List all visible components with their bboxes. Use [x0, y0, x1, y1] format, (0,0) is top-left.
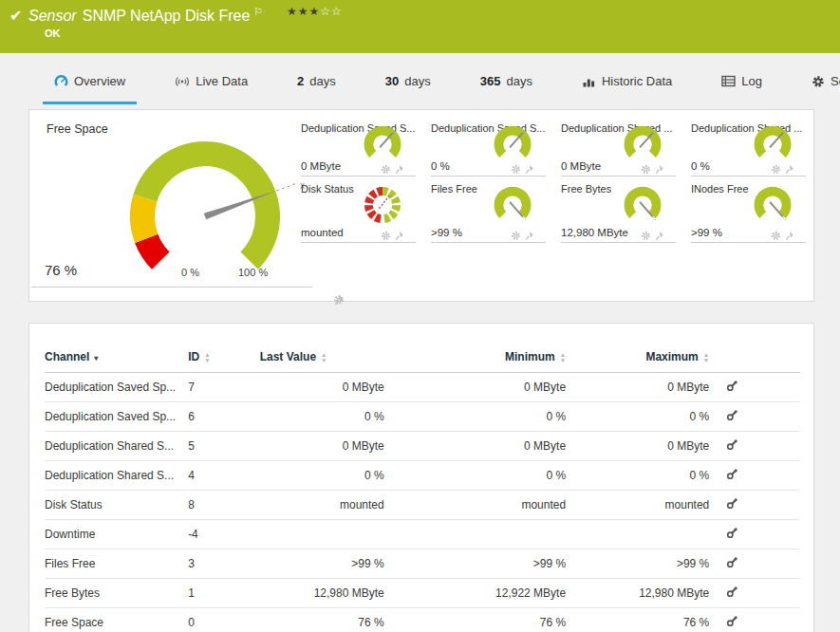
tab-30-days[interactable]: 30 days	[374, 74, 442, 104]
col-header-channel[interactable]: Channel▾	[45, 343, 188, 373]
pin-icon[interactable]	[394, 231, 404, 241]
gear-icon[interactable]	[511, 164, 521, 175]
cell-id: 4	[188, 461, 260, 491]
channel-settings-icon[interactable]	[726, 556, 738, 571]
table-row[interactable]: Deduplication Shared S... 4 0 % 0 % 0 %	[45, 461, 800, 491]
cell-minimum: 0 MByte	[384, 373, 566, 402]
cell-maximum: 76 %	[566, 608, 709, 632]
cell-last-value: mounted	[260, 491, 384, 520]
live-data-icon	[175, 75, 190, 88]
pin-icon[interactable]	[784, 164, 794, 175]
cell-minimum: 0 %	[384, 402, 566, 432]
cell-maximum: 0 %	[566, 402, 709, 432]
cell-channel: Disk Status	[45, 491, 188, 520]
col-header-maximum[interactable]: Maximum▲▼	[566, 343, 709, 373]
cell-last-value: 0 MByte	[260, 373, 384, 402]
pin-icon[interactable]	[784, 231, 794, 241]
gear-icon[interactable]	[771, 164, 781, 175]
table-row[interactable]: Downtime -4	[45, 520, 800, 549]
mini-gauge-title: Disk Status	[301, 183, 354, 195]
object-type-label: Sensor	[28, 8, 77, 24]
pin-icon[interactable]	[524, 231, 534, 241]
settings-gear-icon	[812, 75, 825, 88]
mini-gauge-title: Free Bytes	[561, 183, 611, 195]
pin-icon[interactable]	[524, 164, 534, 175]
gear-icon[interactable]	[771, 231, 781, 241]
gear-icon[interactable]	[381, 164, 391, 175]
tab-overview[interactable]: Overview	[43, 74, 137, 104]
tab-settings[interactable]: Settings	[800, 74, 840, 104]
mini-gauge-title: Files Free	[431, 183, 477, 195]
sort-icon: ▲▼	[204, 352, 210, 363]
mini-gauge-value: 0 MByte	[561, 160, 601, 172]
channel-settings-icon[interactable]	[726, 497, 738, 512]
col-header-tools	[709, 343, 800, 373]
mini-gauge-title: INodes Free	[691, 183, 749, 195]
pin-icon[interactable]	[394, 164, 404, 175]
channel-settings-icon[interactable]	[726, 409, 738, 424]
sensor-name: SNMP NetApp Disk Free	[83, 8, 251, 24]
pin-icon[interactable]	[333, 294, 345, 306]
cell-channel: Deduplication Shared S...	[45, 461, 188, 491]
tab-2-days[interactable]: 2 days	[286, 74, 347, 104]
tab-365-days[interactable]: 365 days	[469, 74, 544, 104]
cell-last-value: 0 %	[260, 461, 384, 491]
cell-id: 3	[188, 549, 260, 579]
table-row[interactable]: Disk Status 8 mounted mounted mounted	[45, 491, 800, 520]
log-icon	[721, 75, 736, 87]
table-row[interactable]: Deduplication Saved Sp... 6 0 % 0 % 0 %	[45, 402, 800, 432]
cell-maximum	[566, 520, 709, 549]
tab-30-days-number: 30	[385, 74, 399, 88]
mini-gauge-high	[749, 184, 796, 228]
cell-last-value: 12,980 MByte	[260, 579, 384, 608]
tab-365-days-number: 365	[480, 74, 501, 88]
col-header-last-value[interactable]: Last Value▲▼	[260, 343, 384, 373]
tab-live-data[interactable]: Live Data	[163, 74, 259, 104]
channel-settings-icon[interactable]	[726, 380, 738, 395]
mini-gauge-segmented	[359, 184, 406, 228]
gauge-scale-max: 100 %	[238, 267, 268, 278]
table-row[interactable]: Deduplication Shared S... 5 0 MByte 0 MB…	[45, 432, 800, 461]
sort-icon: ▲▼	[321, 352, 327, 363]
channel-settings-icon[interactable]	[726, 468, 738, 483]
pin-icon[interactable]	[654, 231, 664, 241]
cell-id: 6	[188, 402, 260, 432]
cell-minimum: 12,922 MByte	[384, 579, 566, 608]
table-row[interactable]: Deduplication Saved Sp... 7 0 MByte 0 MB…	[45, 373, 800, 402]
mini-gauge-high	[619, 184, 666, 228]
table-header-row: Channel▾ ID▲▼ Last Value▲▼ Minimum▲▼ Max…	[45, 343, 800, 373]
mini-gauge-cell: Deduplication Saved S... 0 MByte	[295, 116, 416, 177]
cell-channel: Downtime	[45, 520, 188, 549]
table-row[interactable]: Free Bytes 1 12,980 MByte 12,922 MByte 1…	[45, 579, 800, 608]
sort-desc-icon: ▾	[94, 357, 98, 359]
mini-gauge-high	[489, 184, 536, 228]
col-header-minimum[interactable]: Minimum▲▼	[384, 343, 566, 373]
cell-last-value	[260, 520, 384, 549]
channel-settings-icon[interactable]	[726, 615, 738, 630]
sensor-header: ✔ SensorSNMP NetApp Disk Free⚐ ★★★☆☆ OK	[0, 0, 840, 53]
gear-icon[interactable]	[511, 231, 521, 241]
priority-stars[interactable]: ★★★☆☆	[287, 5, 343, 18]
pin-icon[interactable]	[654, 164, 664, 175]
table-row[interactable]: Files Free 3 >99 % >99 % >99 %	[45, 549, 800, 579]
cell-minimum: 0 %	[384, 461, 566, 491]
channel-settings-icon[interactable]	[726, 527, 738, 542]
col-header-id[interactable]: ID▲▼	[188, 343, 260, 373]
tab-historic-data[interactable]: Historic Data	[570, 74, 683, 104]
gear-icon[interactable]	[641, 231, 651, 241]
tab-overview-label: Overview	[74, 74, 125, 88]
cell-maximum: mounted	[566, 491, 709, 520]
cell-last-value: >99 %	[260, 549, 384, 579]
mini-gauge-value: 12,980 MByte	[561, 227, 628, 238]
channel-settings-icon[interactable]	[726, 586, 738, 601]
flag-icon[interactable]: ⚐	[253, 6, 263, 17]
mini-gauge-cell: Free Bytes 12,980 MByte	[555, 177, 676, 243]
cell-id: 5	[188, 432, 260, 461]
tab-log[interactable]: Log	[710, 74, 774, 104]
channel-settings-icon[interactable]	[726, 438, 738, 454]
table-row[interactable]: Free Space 0 76 % 76 % 76 %	[45, 608, 800, 632]
mini-gauge-value: 0 MByte	[301, 160, 341, 172]
gear-icon[interactable]	[641, 164, 651, 175]
gear-icon[interactable]	[381, 231, 391, 241]
cell-maximum: 0 MByte	[566, 432, 709, 461]
